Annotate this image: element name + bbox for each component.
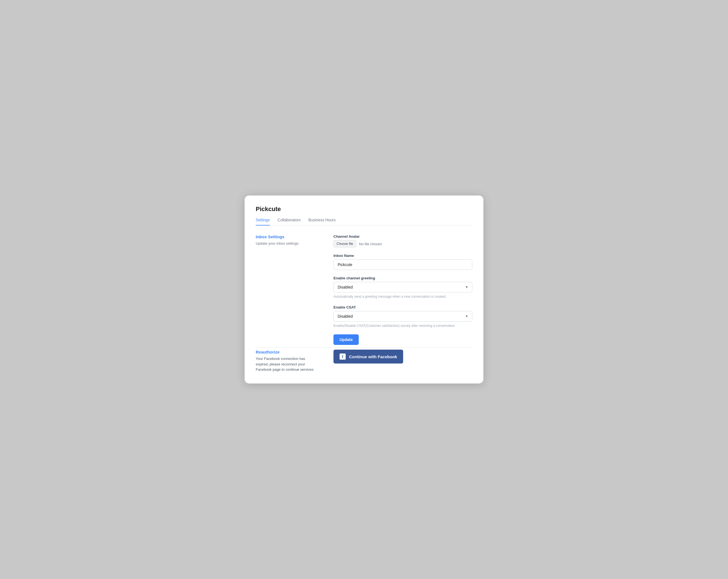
- tab-business-hours[interactable]: Business Hours: [309, 218, 336, 226]
- channel-avatar-label: Channel Avatar: [334, 234, 472, 238]
- enable-csat-hint: Enable/Disable CSAT(Customer satisfactio…: [334, 323, 472, 328]
- reauth-title: Reauthorize: [256, 350, 317, 354]
- inbox-settings-description: Update your inbox settings: [256, 241, 317, 246]
- choose-file-button[interactable]: Choose file: [334, 240, 356, 247]
- facebook-icon: f: [340, 353, 346, 360]
- file-input-row: Choose file No file chosen: [334, 240, 472, 247]
- enable-csat-select-wrapper: Disabled Enabled ▼: [334, 311, 472, 322]
- reauth-right: f Continue with Facebook: [334, 350, 472, 363]
- channel-avatar-group: Channel Avatar Choose file No file chose…: [334, 234, 472, 247]
- enable-greeting-select[interactable]: Disabled Enabled: [334, 282, 472, 293]
- enable-greeting-label: Enable channel greeting: [334, 276, 472, 280]
- right-panel: Channel Avatar Choose file No file chose…: [334, 234, 472, 345]
- inbox-name-group: Inbox Name: [334, 254, 472, 270]
- tab-bar: Settings Collaborators Business Hours: [256, 218, 472, 226]
- enable-csat-group: Enable CSAT Disabled Enabled ▼ Enable/Di…: [334, 305, 472, 328]
- update-button[interactable]: Update: [334, 334, 359, 345]
- app-title: Pickcute: [256, 205, 472, 213]
- inbox-name-label: Inbox Name: [334, 254, 472, 258]
- tab-collaborators[interactable]: Collaborators: [278, 218, 301, 226]
- enable-csat-select[interactable]: Disabled Enabled: [334, 311, 472, 322]
- main-window: Pickcute Settings Collaborators Business…: [244, 196, 484, 383]
- tab-settings[interactable]: Settings: [256, 218, 270, 226]
- facebook-button-label: Continue with Facebook: [349, 354, 397, 359]
- settings-content: Inbox Settings Update your inbox setting…: [256, 234, 472, 345]
- continue-with-facebook-button[interactable]: f Continue with Facebook: [334, 350, 403, 363]
- left-panel: Inbox Settings Update your inbox setting…: [256, 234, 317, 345]
- reauth-left: Reauthorize Your Facebook connection has…: [256, 350, 317, 372]
- enable-greeting-group: Enable channel greeting Disabled Enabled…: [334, 276, 472, 299]
- enable-greeting-select-wrapper: Disabled Enabled ▼: [334, 282, 472, 293]
- enable-csat-label: Enable CSAT: [334, 305, 472, 309]
- no-file-label: No file chosen: [359, 242, 382, 246]
- inbox-name-input[interactable]: [334, 259, 472, 270]
- update-button-row: Update: [334, 334, 472, 345]
- reauth-description: Your Facebook connection has expired, pl…: [256, 356, 317, 372]
- reauth-section: Reauthorize Your Facebook connection has…: [256, 350, 472, 372]
- inbox-settings-title: Inbox Settings: [256, 234, 317, 239]
- enable-greeting-hint: Automatically send a greeting message wh…: [334, 294, 472, 299]
